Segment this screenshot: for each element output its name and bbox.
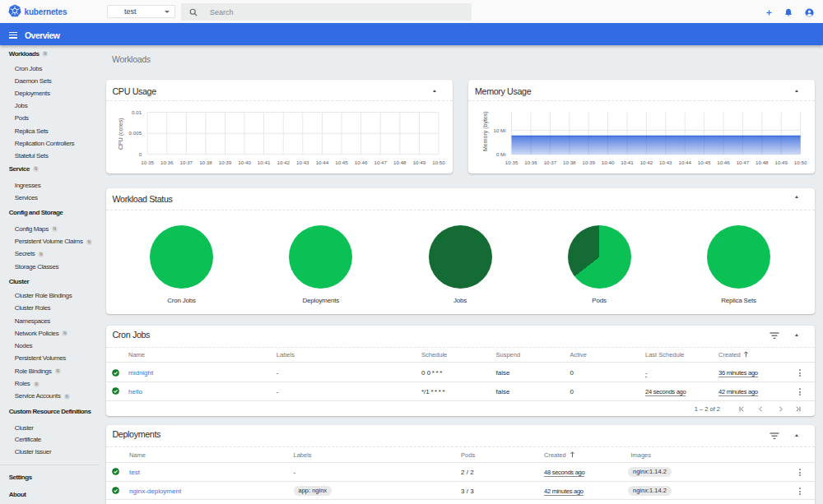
svg-text:0: 0 (138, 151, 142, 157)
svg-text:10:41: 10:41 (621, 160, 634, 165)
svg-text:10:44: 10:44 (315, 160, 328, 165)
svg-text:10:49: 10:49 (412, 160, 425, 165)
svg-text:10 Mi: 10 Mi (493, 127, 505, 133)
svg-text:10:46: 10:46 (354, 160, 367, 165)
svg-text:0 Mi: 0 Mi (496, 151, 506, 157)
svg-text:10:39: 10:39 (218, 160, 231, 165)
svg-text:10:47: 10:47 (374, 160, 387, 165)
svg-text:10:40: 10:40 (602, 160, 615, 165)
svg-text:10:37: 10:37 (544, 160, 557, 165)
svg-text:10:38: 10:38 (563, 160, 576, 165)
svg-text:0.005: 0.005 (128, 130, 142, 136)
svg-text:10:43: 10:43 (659, 160, 672, 165)
svg-text:10:49: 10:49 (774, 160, 788, 165)
svg-text:10:43: 10:43 (296, 160, 309, 165)
svg-text:10:36: 10:36 (524, 160, 537, 165)
svg-text:10:37: 10:37 (179, 160, 193, 165)
svg-text:10:40: 10:40 (238, 160, 251, 165)
svg-text:10:47: 10:47 (737, 160, 750, 165)
svg-text:10:48: 10:48 (756, 160, 769, 165)
svg-text:10:50: 10:50 (432, 160, 445, 165)
svg-text:10:41: 10:41 (257, 160, 270, 165)
svg-text:10:42: 10:42 (277, 160, 290, 165)
svg-text:10:36: 10:36 (160, 160, 173, 165)
svg-text:0.01: 0.01 (132, 109, 142, 115)
svg-text:10:42: 10:42 (640, 160, 653, 165)
svg-text:10:46: 10:46 (717, 160, 730, 165)
svg-text:10:48: 10:48 (393, 160, 407, 165)
svg-text:10:38: 10:38 (199, 160, 212, 165)
svg-text:10:45: 10:45 (335, 160, 348, 165)
svg-text:10:39: 10:39 (582, 160, 595, 165)
svg-text:10:45: 10:45 (698, 160, 711, 165)
svg-text:Memory (bytes): Memory (bytes) (482, 111, 489, 151)
svg-text:10:35: 10:35 (141, 160, 154, 165)
svg-text:10:35: 10:35 (505, 160, 518, 165)
svg-text:10:44: 10:44 (678, 160, 691, 165)
svg-text:CPU (cores): CPU (cores) (118, 118, 124, 150)
svg-text:10:50: 10:50 (794, 160, 807, 165)
